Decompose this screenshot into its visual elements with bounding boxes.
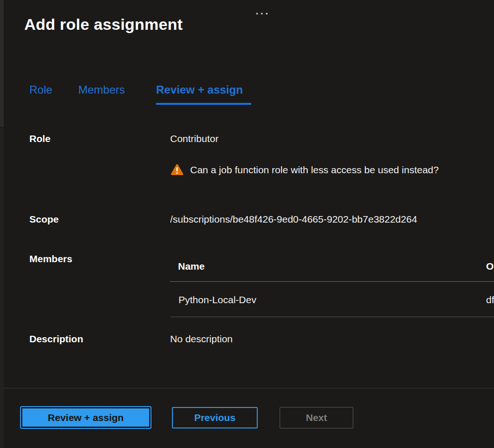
add-role-assignment-page: { "header": { "title": "Add role assignm… xyxy=(0,0,494,448)
wizard-tabs: Role Members Review + assign xyxy=(4,82,494,106)
footer-divider xyxy=(4,388,494,388)
members-column-object-id: O xyxy=(486,261,494,272)
role-value: Contributor xyxy=(170,133,219,144)
member-row-name: Python-Local-Dev xyxy=(178,294,256,305)
next-button[interactable]: Next xyxy=(280,407,353,428)
tab-members[interactable]: Members xyxy=(78,82,125,98)
role-label: Role xyxy=(29,133,51,144)
member-row-object-id: df xyxy=(486,294,494,305)
add-role-assignment-panel: Add role assignment ··· Role Members Rev… xyxy=(4,0,494,448)
description-value: No description xyxy=(170,333,233,345)
previous-button[interactable]: Previous xyxy=(172,407,258,428)
members-column-name: Name xyxy=(178,261,205,272)
members-label: Members xyxy=(29,253,72,265)
page-title: Add role assignment xyxy=(24,15,183,34)
sliver-divider xyxy=(0,126,4,126)
tab-review-assign[interactable]: Review + assign xyxy=(156,82,243,98)
warning-message: Can a job function role with less access… xyxy=(190,164,439,176)
role-warning: Can a job function role with less access… xyxy=(171,164,439,176)
tab-role[interactable]: Role xyxy=(29,82,52,98)
underlying-page-sliver-top xyxy=(0,0,4,126)
description-label: Description xyxy=(29,333,83,345)
warning-icon xyxy=(171,164,184,176)
more-options-button[interactable]: ··· xyxy=(254,7,272,21)
review-assign-button[interactable]: Review + assign xyxy=(21,407,151,428)
members-table: Name O Python-Local-Dev df xyxy=(170,250,494,319)
table-row-divider xyxy=(170,317,494,317)
table-header-divider xyxy=(170,281,494,282)
active-tab-underline xyxy=(156,103,251,105)
scope-label: Scope xyxy=(29,214,59,225)
scope-value: /subscriptions/be48f426-9ed0-4665-9202-b… xyxy=(170,214,417,225)
underlying-page-sliver xyxy=(0,0,4,448)
